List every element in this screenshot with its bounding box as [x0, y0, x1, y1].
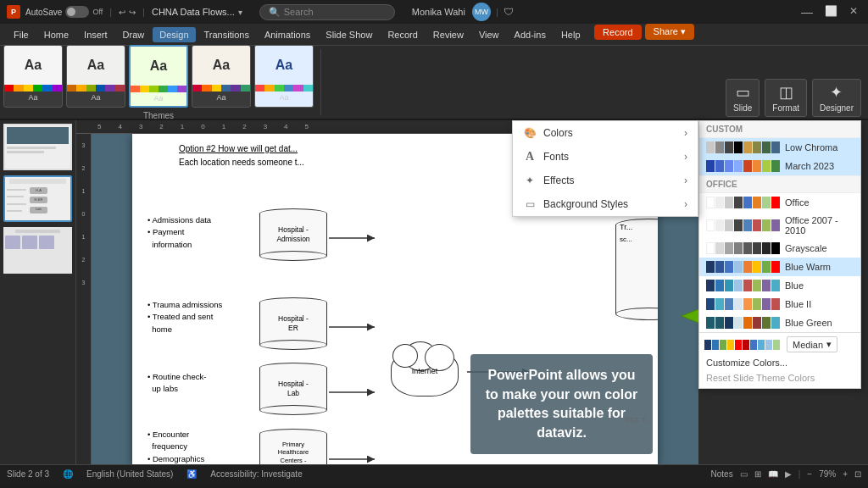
bottom-theme-dropdown[interactable]: Median ▾: [787, 336, 837, 352]
thumbnail-2[interactable]: 2 H-A H-E: [3, 175, 72, 222]
customize-label: Customize Colors...: [706, 358, 787, 368]
fit-icon[interactable]: ⊡: [854, 469, 861, 479]
accessibility-icon: ♿: [186, 469, 197, 479]
redo-icon[interactable]: ↪: [129, 8, 136, 17]
maximize-btn[interactable]: ⬜: [825, 5, 837, 19]
color-panel: Custom Low Chroma: [698, 120, 861, 389]
menu-view[interactable]: View: [472, 27, 506, 42]
zoom-level: 79%: [819, 469, 836, 479]
theme-item-5[interactable]: Aa Aa: [254, 45, 314, 108]
menu-help[interactable]: Help: [554, 27, 587, 42]
menu-transitions[interactable]: Transitions: [198, 27, 256, 42]
theme-item-2[interactable]: Aa Aa: [66, 45, 125, 108]
reset-label: Reset Slide Theme Colors: [706, 373, 815, 383]
view-present-icon[interactable]: ▶: [785, 469, 792, 479]
blue-label: Blue: [785, 280, 804, 291]
undo-icon[interactable]: ↩: [119, 8, 125, 17]
color-theme-grayscale[interactable]: Grayscale: [699, 239, 860, 258]
march-2023-label: March 2023: [785, 161, 834, 171]
record-button[interactable]: Record: [594, 25, 641, 40]
minimize-btn[interactable]: —: [801, 5, 813, 19]
menu-review[interactable]: Review: [426, 27, 470, 42]
theme-label-4: Aa: [214, 92, 227, 103]
theme-item-3[interactable]: Aa Aa: [129, 45, 188, 108]
title-bar: P AutoSave Off | ↩ ↪ | CHNA Data Flows..…: [0, 0, 868, 24]
slide-button[interactable]: ▭ Slide: [726, 79, 760, 117]
slide-title: Option #2 How we will get dat...: [179, 144, 298, 153]
menu-design[interactable]: Design: [153, 27, 195, 42]
bullet-group-1: • Admissions data • Payment information: [147, 214, 211, 251]
bullet-item: • Payment: [147, 226, 211, 238]
thumbnail-1[interactable]: 1: [3, 124, 72, 170]
color-theme-office[interactable]: Office: [699, 193, 860, 212]
slide-subtitle: Each location needs someone t...: [179, 158, 304, 167]
menu-draw[interactable]: Draw: [116, 27, 152, 42]
designer-button[interactable]: ✦ Designer: [812, 79, 861, 117]
theme-dropdown-menu: 🎨 Colors › A Fonts › ✦ Effects › ▭ Backg…: [512, 120, 698, 217]
user-avatar[interactable]: MW: [472, 3, 491, 21]
menu-file[interactable]: File: [7, 27, 36, 42]
zoom-out-icon[interactable]: −: [807, 469, 812, 479]
share-button[interactable]: Share ▾: [645, 24, 694, 40]
text-overlay: PowerPoint allows you to make your own c…: [470, 354, 653, 454]
user-section: Monika Wahi MW: [412, 3, 491, 21]
office-2007-label: Office 2007 - 2010: [785, 215, 854, 236]
view-reading-icon[interactable]: 📖: [768, 469, 778, 479]
user-name: Monika Wahi: [412, 7, 465, 17]
menu-slideshow[interactable]: Slide Show: [319, 27, 379, 42]
color-theme-blue-ii[interactable]: Blue II: [699, 295, 860, 313]
customize-colors-btn[interactable]: Customize Colors...: [704, 354, 855, 371]
menu-animations[interactable]: Animations: [258, 27, 317, 42]
dropdown-colors[interactable]: 🎨 Colors ›: [513, 121, 698, 145]
dropdown-fonts[interactable]: A Fonts ›: [513, 145, 698, 169]
menu-insert[interactable]: Insert: [77, 27, 114, 42]
bullet-item: • Admissions data: [147, 214, 211, 226]
color-theme-low-chroma[interactable]: Low Chroma: [699, 138, 860, 157]
right-side: 🎨 Colors › A Fonts › ✦ Effects › ▭ Backg…: [698, 120, 868, 464]
bullet-group-3: • Routine check- up labs: [147, 371, 206, 396]
slide-icon: ▭: [736, 83, 750, 102]
dropdown-effects-label: Effects: [543, 175, 574, 186]
office-label: Office: [785, 197, 810, 208]
menu-home[interactable]: Home: [37, 27, 75, 42]
window-controls: — ⬜ ✕: [798, 5, 861, 19]
color-theme-march-2023[interactable]: March 2023: [699, 157, 860, 175]
cylinder-hospital-admission: Hospital -Admission: [259, 208, 327, 261]
shield-icon: 🛡: [504, 6, 514, 18]
theme-item-1[interactable]: Aa Aa: [3, 45, 63, 108]
view-normal-icon[interactable]: ▭: [740, 469, 748, 479]
notes-btn[interactable]: Notes: [711, 469, 733, 479]
main-area: 1 2: [0, 120, 868, 464]
dropdown-effects[interactable]: ✦ Effects ›: [513, 169, 698, 192]
status-right: Notes ▭ ⊞ 📖 ▶ | − 79% + ⊡: [711, 469, 861, 479]
menu-record[interactable]: Record: [381, 27, 424, 42]
theme-item-4[interactable]: Aa Aa: [192, 45, 251, 108]
designer-icon: ✦: [830, 83, 843, 102]
autosave-toggle[interactable]: [65, 6, 89, 18]
colors-icon: 🎨: [523, 126, 537, 140]
themes-section-label: Themes: [143, 109, 174, 120]
custom-header: Custom: [699, 121, 860, 138]
color-theme-blue-green[interactable]: Blue Green: [699, 313, 860, 332]
reset-theme-btn[interactable]: Reset Slide Theme Colors: [704, 371, 855, 385]
cylinder-primary-healthcare: PrimaryHealthcareCenters - EMR: [259, 429, 327, 464]
thumbnail-3[interactable]: 3: [3, 227, 72, 274]
color-theme-blue-warm[interactable]: Blue Warm: [699, 258, 860, 276]
dropdown-arrow-title[interactable]: ▾: [238, 8, 242, 17]
view-grid-icon[interactable]: ⊞: [754, 469, 761, 479]
bullet-item: • Trauma admissions: [147, 299, 222, 311]
bullet-item: • Treated and sent: [147, 311, 222, 323]
theme-dropdown-arrow: ▾: [826, 339, 832, 350]
menu-addins[interactable]: Add-ins: [508, 27, 553, 42]
color-theme-office-2007[interactable]: Office 2007 - 2010: [699, 212, 860, 239]
dropdown-fonts-label: Fonts: [543, 151, 569, 163]
zoom-in-icon[interactable]: +: [843, 469, 848, 479]
search-box[interactable]: 🔍 Search: [259, 4, 395, 20]
dropdown-bg-styles[interactable]: ▭ Background Styles ›: [513, 192, 698, 216]
grayscale-swatches: [706, 242, 780, 254]
current-theme-label: Median: [793, 340, 823, 350]
format-button[interactable]: ◫ Format: [765, 79, 807, 117]
designer-btn-label: Designer: [820, 103, 854, 113]
close-btn[interactable]: ✕: [849, 5, 858, 19]
color-theme-blue[interactable]: Blue: [699, 276, 860, 295]
